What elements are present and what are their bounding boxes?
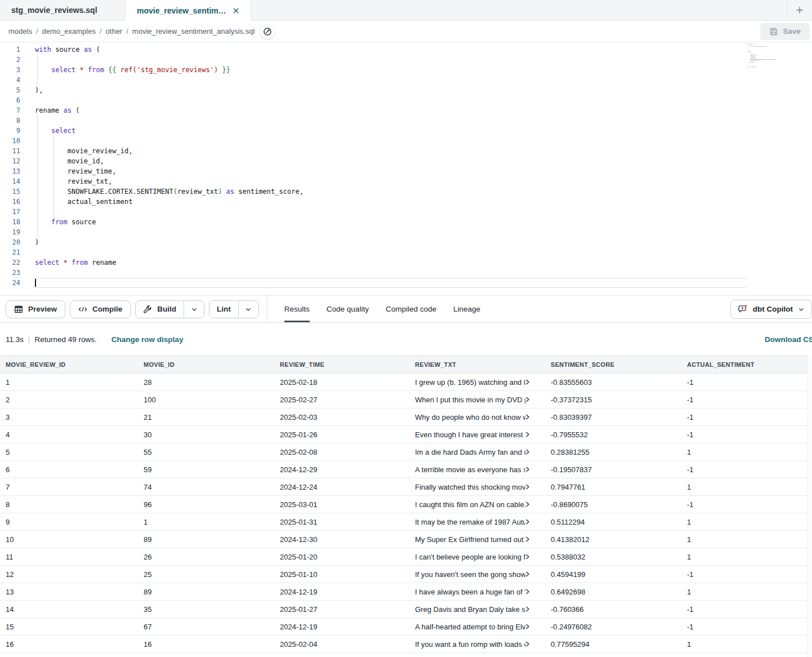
cell-review_time: 2025-01-20 (274, 553, 409, 561)
cell-sentiment_score: 0.41382012 (545, 535, 681, 544)
expand-cell-chevron-right-icon[interactable] (524, 484, 530, 490)
cell-review_time: 2025-03-01 (274, 500, 409, 509)
indent-guide (37, 55, 38, 85)
cell-actual_sentiment: 1 (681, 588, 812, 596)
tab-compiled-code[interactable]: Compiled code (386, 296, 436, 322)
cell-sentiment_score: -0.83039397 (545, 413, 681, 421)
code-line (35, 247, 812, 258)
code-line: review_time, (35, 166, 812, 176)
column-header-sentiment_score: SENTIMENT_SCORE (545, 361, 681, 368)
editor-tab-0[interactable]: stg_movie_reviews.sql (0, 0, 126, 20)
line-number: 12 (0, 156, 20, 166)
cell-sentiment_score: 0.5112294 (545, 518, 681, 526)
expand-cell-chevron-right-icon[interactable] (524, 449, 530, 455)
line-number: 2 (0, 55, 20, 65)
table-row: 912025-01-31It may be the remake of 1987… (0, 513, 812, 531)
download-csv-link[interactable]: Download CSV (765, 335, 812, 344)
copilot-compass-icon (263, 27, 272, 36)
code-line (35, 116, 812, 126)
expand-cell-chevron-right-icon[interactable] (524, 589, 530, 595)
expand-cell-chevron-right-icon[interactable] (524, 467, 530, 473)
cell-sentiment_score: -0.37372315 (545, 396, 681, 404)
editor-tab-1[interactable]: movie_review_sentiment_... (126, 0, 251, 21)
cell-movie_id: 35 (138, 605, 274, 614)
cell-movie_review_id: 4 (0, 430, 138, 439)
results-tab-list: ResultsCode qualityCompiled codeLineage (267, 296, 480, 322)
cell-actual_sentiment: -1 (681, 396, 812, 404)
line-number: 17 (0, 207, 20, 217)
expand-cell-chevron-right-icon[interactable] (524, 432, 530, 438)
cell-review_time: 2024-12-19 (274, 623, 409, 631)
cell-actual_sentiment: 1 (681, 535, 812, 544)
expand-cell-chevron-right-icon[interactable] (524, 641, 530, 647)
code-editor[interactable]: 123456789101112131415161718192021222324 … (0, 42, 812, 295)
tab-lineage[interactable]: Lineage (453, 296, 480, 322)
code-line (35, 268, 812, 278)
table-row: 15672024-12-19A half-hearted attempt to … (0, 618, 812, 636)
expand-cell-chevron-right-icon[interactable] (524, 519, 530, 525)
build-dropdown-toggle[interactable] (184, 301, 204, 318)
expand-cell-chevron-right-icon[interactable] (524, 397, 530, 403)
code-line: with source as ( (35, 45, 812, 55)
cell-sentiment_score: -0.760366 (545, 605, 681, 614)
vertical-scrollbar[interactable] (807, 356, 812, 657)
build-button[interactable]: Build (136, 301, 184, 318)
cell-actual_sentiment: -1 (681, 623, 812, 631)
cell-actual_sentiment: -1 (681, 378, 812, 387)
table-body: 1282025-02-18I grew up (b. 1965) watchin… (0, 374, 812, 657)
indent-guide (53, 136, 54, 217)
tab-strip-spacer (251, 0, 787, 20)
compile-button[interactable]: Compile (70, 300, 131, 318)
dbt-copilot-button[interactable]: dbt Copilot (730, 300, 812, 319)
cell-movie_id: 59 (138, 465, 274, 474)
tab-results[interactable]: Results (284, 296, 310, 322)
cell-review_time: 2025-02-03 (274, 413, 409, 421)
cell-movie_id: 96 (138, 500, 274, 509)
line-number-gutter: 123456789101112131415161718192021222324 (0, 45, 20, 295)
indent-guide (37, 116, 38, 237)
expand-cell-chevron-right-icon[interactable] (524, 554, 530, 560)
tab-code-quality[interactable]: Code quality (327, 296, 369, 322)
expand-cell-chevron-right-icon[interactable] (524, 536, 530, 543)
expand-cell-chevron-right-icon[interactable] (524, 379, 530, 385)
preview-button[interactable]: Preview (6, 300, 65, 318)
editor-minimap[interactable]: with source as ( select * from {{ ref('s… (747, 44, 787, 73)
cell-movie_review_id: 11 (0, 553, 138, 561)
cell-movie_id: 16 (138, 640, 274, 649)
cell-sentiment_score: 0.77595294 (545, 640, 681, 649)
breadcrumb-part: demo_examples (42, 27, 96, 35)
line-number: 4 (0, 75, 20, 85)
cell-review_time: 2024-12-29 (274, 465, 409, 474)
cell-movie_review_id: 10 (0, 535, 138, 544)
cell-review_txt: When I put this movie in my DVD playe… (409, 395, 545, 404)
code-line: actual_sentiment (35, 197, 812, 207)
line-number: 23 (0, 268, 20, 278)
expand-cell-chevron-right-icon[interactable] (524, 414, 530, 420)
line-number: 20 (0, 237, 20, 247)
line-number: 1 (0, 45, 20, 55)
line-number: 14 (0, 176, 20, 187)
cell-movie_id: 89 (138, 535, 274, 544)
minimap-content: with source as ( select * from {{ ref('s… (747, 44, 787, 69)
change-row-display-link[interactable]: Change row display (111, 335, 184, 344)
cell-review_time: 2025-02-04 (274, 640, 409, 649)
column-header-actual_sentiment: ACTUAL_SENTIMENT (681, 361, 812, 368)
cell-review_time: 2024-12-30 (274, 535, 409, 544)
new-tab-button[interactable] (787, 0, 812, 20)
results-table: MOVIE_REVIEW_IDMOVIE_IDREVIEW_TIMEREVIEW… (0, 356, 812, 657)
copilot-badge[interactable] (260, 24, 275, 39)
table-icon (14, 305, 23, 314)
save-button[interactable]: Save (760, 23, 810, 40)
expand-cell-chevron-right-icon[interactable] (524, 606, 530, 612)
lint-button[interactable]: Lint (209, 301, 238, 318)
cell-actual_sentiment: -1 (681, 430, 812, 439)
build-button-group: Build (135, 300, 204, 318)
close-icon[interactable] (233, 7, 239, 14)
code-line (35, 55, 812, 65)
expand-cell-chevron-right-icon[interactable] (524, 571, 530, 578)
expand-cell-chevron-right-icon[interactable] (524, 624, 530, 630)
lint-dropdown-toggle[interactable] (238, 301, 258, 318)
line-number: 8 (0, 116, 20, 126)
expand-cell-chevron-right-icon[interactable] (524, 501, 530, 508)
code-line: SNOWFLAKE.CORTEX.SENTIMENT(review_txt) a… (35, 187, 812, 197)
